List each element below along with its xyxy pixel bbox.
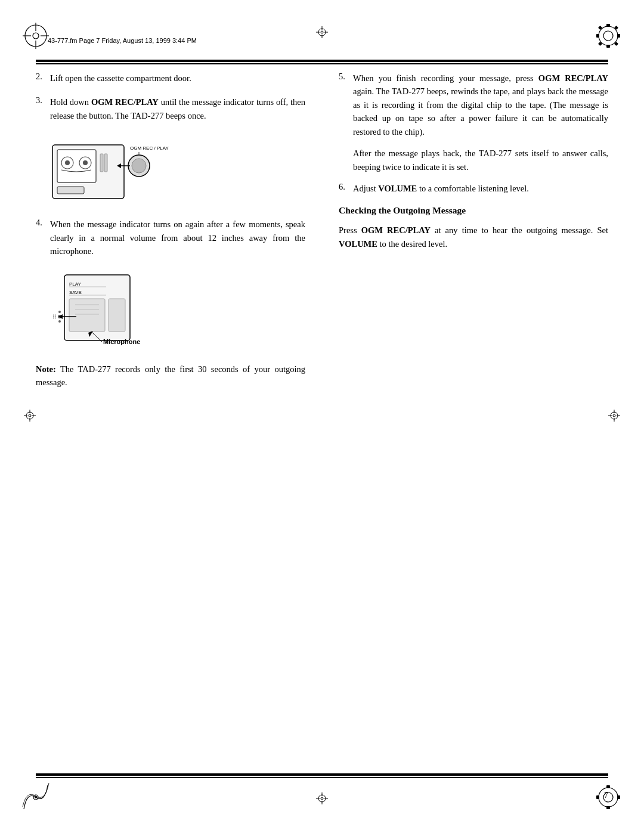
page-number: 7 xyxy=(604,791,608,800)
svg-rect-23 xyxy=(617,795,620,799)
svg-text:OGM REC / PLAY: OGM REC / PLAY xyxy=(130,145,169,151)
svg-rect-11 xyxy=(617,34,620,38)
list-num-2: 2. xyxy=(36,72,47,85)
svg-point-31 xyxy=(321,797,323,800)
svg-text:PLAY: PLAY xyxy=(69,281,82,287)
diagram-2-container: PLAY SAVE xyxy=(47,269,305,355)
reg-mark-left xyxy=(23,408,37,425)
svg-point-25 xyxy=(321,31,323,33)
list-num-3: 3. xyxy=(36,95,47,122)
list-content-3: Hold down OGM REC/PLAY until the message… xyxy=(50,95,305,122)
list-item-2: 2. Lift open the cassette compartment do… xyxy=(36,72,305,85)
right-column: 5. When you finish recording your messag… xyxy=(333,72,608,773)
reg-mark-bottom xyxy=(315,791,329,808)
top-rules xyxy=(36,60,608,66)
corner-mark-bl xyxy=(18,779,54,815)
svg-point-17 xyxy=(35,796,37,798)
svg-point-53 xyxy=(83,160,88,165)
diagram-1-container: OGM REC / PLAY xyxy=(47,133,305,210)
svg-rect-72 xyxy=(109,299,125,332)
svg-point-75 xyxy=(58,320,61,323)
svg-rect-9 xyxy=(606,45,610,48)
corner-mark-tl xyxy=(18,18,54,54)
header-bar: 43-777.fm Page 7 Friday, August 13, 1999… xyxy=(36,37,608,44)
two-column-layout: 2. Lift open the cassette compartment do… xyxy=(36,72,608,773)
svg-rect-20 xyxy=(606,785,610,788)
note-paragraph: Note: The TAD-277 records only the first… xyxy=(36,363,305,389)
list-item-5: 5. When you finish recording your messag… xyxy=(339,72,608,138)
reg-mark-right xyxy=(607,408,621,425)
svg-rect-54 xyxy=(100,154,103,172)
svg-rect-21 xyxy=(606,806,610,809)
svg-text:Microphone: Microphone xyxy=(103,338,140,345)
svg-point-58 xyxy=(132,159,146,173)
section-heading-checking: Checking the Outgoing Message xyxy=(339,204,608,217)
svg-rect-22 xyxy=(596,795,599,799)
content-area: 2. Lift open the cassette compartment do… xyxy=(36,72,608,773)
list-item-4: 4. When the message indicator turns on a… xyxy=(36,218,305,258)
list-num-5: 5. xyxy=(339,72,349,138)
list-num-4: 4. xyxy=(36,218,47,258)
svg-point-74 xyxy=(58,311,61,313)
list-content-2: Lift open the cassette compartment door. xyxy=(50,72,305,85)
corner-mark-br xyxy=(590,779,626,815)
diagram-1: OGM REC / PLAY xyxy=(47,133,172,210)
svg-rect-56 xyxy=(57,187,84,194)
section-body-checking: Press OGM REC/PLAY at any time to hear t… xyxy=(339,224,608,250)
list-content-5: When you finish recording your message, … xyxy=(353,72,608,138)
svg-rect-68 xyxy=(69,299,105,332)
svg-point-51 xyxy=(65,160,70,165)
svg-point-43 xyxy=(613,414,615,417)
filename-text: 43-777.fm Page 7 Friday, August 13, 1999… xyxy=(48,37,197,44)
list-item-6: 6. Adjust VOLUME to a comfortable listen… xyxy=(339,182,608,195)
corner-mark-tr xyxy=(590,18,626,54)
page: 43-777.fm Page 7 Friday, August 13, 1999… xyxy=(0,0,644,833)
continuation-paragraph: After the message plays back, the TAD-27… xyxy=(353,147,608,174)
list-num-6: 6. xyxy=(339,182,349,195)
left-column: 2. Lift open the cassette compartment do… xyxy=(36,72,311,773)
bottom-rules xyxy=(36,773,608,779)
list-content-6: Adjust VOLUME to a comfortable listening… xyxy=(353,182,608,195)
svg-text:SAVE: SAVE xyxy=(69,290,82,295)
diagram-2: PLAY SAVE xyxy=(47,269,184,355)
svg-point-18 xyxy=(599,788,618,807)
svg-rect-55 xyxy=(104,154,107,172)
svg-point-37 xyxy=(29,414,31,417)
list-content-4: When the message indicator turns on agai… xyxy=(50,218,305,258)
list-item-3: 3. Hold down OGM REC/PLAY until the mess… xyxy=(36,95,305,122)
svg-rect-8 xyxy=(606,24,610,27)
svg-text:⠿: ⠿ xyxy=(52,314,57,320)
